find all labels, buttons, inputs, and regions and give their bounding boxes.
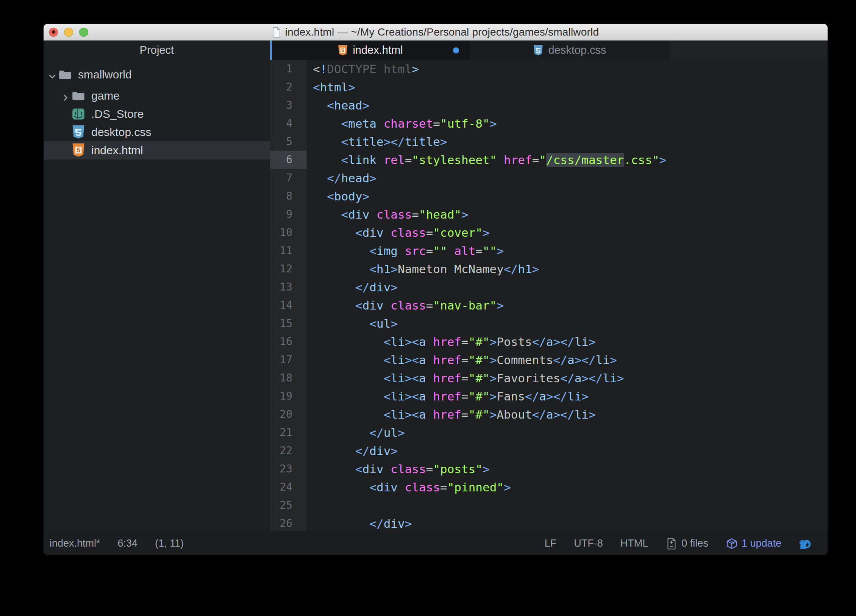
code-line-12[interactable]: <h1>Nameton McNamey</h1>: [313, 260, 828, 278]
line-number[interactable]: 14: [270, 296, 307, 314]
code-token: [313, 480, 369, 494]
code-line-24[interactable]: <div class="pinned">: [313, 478, 828, 496]
code-line-23[interactable]: <div class="posts">: [313, 460, 828, 478]
code-token: "#": [469, 408, 490, 421]
line-number[interactable]: 17: [270, 351, 307, 369]
code-token: <: [384, 335, 391, 349]
line-number[interactable]: 22: [270, 442, 307, 460]
code-line-2[interactable]: <html>: [313, 78, 828, 96]
status-selection-count: (1, 11): [155, 538, 184, 549]
line-number[interactable]: 11: [270, 242, 307, 260]
status-git-files[interactable]: 0 files: [665, 538, 708, 550]
code-token: [313, 244, 369, 258]
code-line-7[interactable]: </head>: [313, 169, 828, 187]
code-line-21[interactable]: </ul>: [313, 424, 828, 442]
line-number[interactable]: 19: [270, 387, 307, 405]
line-number[interactable]: 25: [270, 496, 307, 514]
line-number[interactable]: 3: [270, 96, 307, 114]
status-line-ending[interactable]: LF: [545, 538, 557, 549]
line-number[interactable]: 24: [270, 478, 307, 496]
line-number[interactable]: 6: [270, 151, 307, 169]
squirrel-icon: [799, 538, 811, 550]
code-token: head: [341, 171, 370, 185]
line-number[interactable]: 2: [270, 78, 307, 96]
status-git-files-label: 0 files: [681, 538, 708, 549]
code-line-18[interactable]: <li><a href="#">Favorites</a></li>: [313, 369, 828, 387]
line-number[interactable]: 13: [270, 278, 307, 296]
code-line-15[interactable]: <ul>: [313, 314, 828, 333]
status-squirrel[interactable]: [799, 538, 811, 550]
code-area[interactable]: <!DOCTYPE html><html> <head> <meta chars…: [307, 60, 828, 532]
line-number[interactable]: 26: [270, 514, 307, 532]
code-line-9[interactable]: <div class="head">: [313, 205, 828, 224]
sidebar-item-ds-store[interactable]: .DS_Store: [44, 105, 270, 123]
line-number[interactable]: 10: [270, 224, 307, 242]
code-line-11[interactable]: <img src="" alt="">: [313, 242, 828, 260]
code-token: [398, 244, 405, 258]
line-number[interactable]: 16: [270, 333, 307, 351]
code-line-13[interactable]: </div>: [313, 278, 828, 296]
code-line-5[interactable]: <title></title>: [313, 133, 828, 151]
sidebar-item-smallworld[interactable]: smallworld: [44, 66, 270, 84]
code-line-10[interactable]: <div class="cover">: [313, 224, 828, 242]
code-token: [384, 462, 391, 476]
tab-index-html[interactable]: 5index.html: [272, 41, 469, 60]
chevron-right-icon[interactable]: [61, 92, 70, 100]
code-token: a: [419, 353, 426, 367]
code-token: <: [355, 226, 362, 239]
code-token: >: [490, 353, 497, 367]
code-token: div: [362, 299, 384, 312]
minimize-button[interactable]: [64, 28, 73, 37]
code-line-6[interactable]: <link rel="stylesheet" href="/css/master…: [313, 151, 828, 169]
line-number[interactable]: 18: [270, 369, 307, 387]
code-line-20[interactable]: <li><a href="#">About</a></li>: [313, 405, 828, 424]
code-line-3[interactable]: <head>: [313, 96, 828, 114]
sidebar-item-desktop-css[interactable]: desktop.css: [44, 123, 270, 141]
code-line-4[interactable]: <meta charset="utf-8">: [313, 114, 828, 133]
line-number[interactable]: 8: [270, 187, 307, 205]
code-token: class: [391, 299, 426, 312]
code-token: li: [567, 389, 581, 403]
code-line-14[interactable]: <div class="nav-bar">: [313, 296, 828, 314]
line-number[interactable]: 5: [270, 133, 307, 151]
code-token: "posts": [433, 462, 483, 476]
status-cursor-position[interactable]: 6:34: [118, 538, 138, 549]
title-bar[interactable]: index.html — ~/My Creations/Personal pro…: [44, 24, 828, 41]
sidebar-item-index-html[interactable]: 5index.html: [44, 141, 270, 159]
line-number[interactable]: 20: [270, 405, 307, 424]
tab-desktop-css[interactable]: desktop.css: [469, 41, 670, 60]
code-line-8[interactable]: <body>: [313, 187, 828, 205]
line-number[interactable]: 15: [270, 314, 307, 333]
status-line-ending-label: LF: [545, 538, 557, 549]
code-token: >: [391, 317, 398, 330]
sidebar-item-game[interactable]: game: [44, 87, 270, 105]
status-encoding[interactable]: UTF-8: [574, 538, 603, 549]
line-number[interactable]: 12: [270, 260, 307, 278]
code-token: ></: [546, 389, 567, 403]
zoom-button[interactable]: [79, 28, 88, 37]
code-line-25[interactable]: [313, 496, 828, 514]
line-number[interactable]: 1: [270, 60, 307, 78]
line-number[interactable]: 9: [270, 205, 307, 224]
line-number[interactable]: 23: [270, 460, 307, 478]
line-number[interactable]: 21: [270, 424, 307, 442]
status-updates[interactable]: 1 update: [726, 538, 781, 550]
code-token: div: [384, 517, 405, 530]
line-number[interactable]: 7: [270, 169, 307, 187]
code-line-1[interactable]: <!DOCTYPE html>: [313, 60, 828, 78]
line-number[interactable]: 4: [270, 114, 307, 133]
document-proxy-icon: [272, 27, 281, 38]
code-line-22[interactable]: </div>: [313, 442, 828, 460]
code-line-17[interactable]: <li><a href="#">Comments</a></li>: [313, 351, 828, 369]
code-line-16[interactable]: <li><a href="#">Posts</a></li>: [313, 333, 828, 351]
code-token: =: [405, 153, 412, 167]
code-token: li: [575, 408, 589, 421]
code-line-26[interactable]: </div>: [313, 514, 828, 532]
chevron-down-icon[interactable]: [48, 70, 56, 79]
status-grammar[interactable]: HTML: [620, 538, 648, 549]
code-token: charset: [384, 117, 433, 130]
editor-pane[interactable]: 1234567891011121314151617181920212223242…: [270, 60, 828, 532]
code-token: [376, 153, 384, 167]
close-button[interactable]: [49, 28, 58, 37]
code-line-19[interactable]: <li><a href="#">Fans</a></li>: [313, 387, 828, 405]
